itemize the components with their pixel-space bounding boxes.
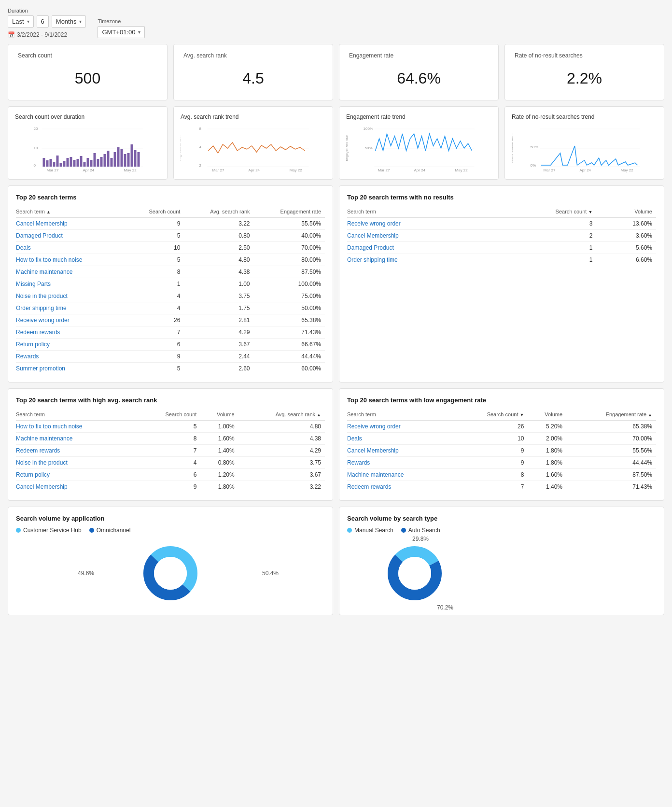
period-value-select[interactable]: 6 — [37, 15, 49, 28]
le-engagement-cell: 71.43% — [566, 481, 656, 493]
count-cell: 4 — [128, 290, 184, 302]
period-value-value: 6 — [41, 18, 44, 25]
svg-text:10: 10 — [34, 146, 38, 150]
count-cell: 26 — [128, 314, 184, 326]
table-row: Return policy 6 1.20% 3.67 — [16, 469, 325, 481]
engagement-cell: 100.00% — [254, 278, 325, 290]
sort-arrow-hr-rank[interactable]: ▲ — [317, 412, 321, 417]
svg-rect-20 — [87, 158, 89, 167]
donut-type-label-bottom: 70.2% — [437, 604, 453, 611]
nr-volume-cell: 13.60% — [596, 218, 656, 230]
count-cell: 6 — [128, 339, 184, 351]
nr-term-cell[interactable]: Cancel Membership — [347, 230, 492, 242]
hr-term-cell[interactable]: Return policy — [16, 469, 139, 481]
svg-rect-24 — [100, 157, 103, 167]
nr-term-cell[interactable]: Order shipping time — [347, 254, 492, 266]
col-search-count: Search count — [128, 207, 184, 218]
term-cell[interactable]: Cancel Membership — [16, 218, 128, 230]
col-nr-count: Search count ▼ — [492, 207, 596, 218]
table-row: Return policy 6 3.67 66.67% — [16, 339, 325, 351]
table-row: Noise in the product 4 0.80% 3.75 — [16, 457, 325, 469]
term-cell[interactable]: Damaged Product — [16, 230, 128, 242]
kpi-avg-rank: Avg. search rank 4.5 — [173, 44, 333, 100]
timezone-select[interactable]: GMT+01:00 ▾ — [98, 26, 145, 38]
hr-term-cell[interactable]: How to fix too much noise — [16, 421, 139, 433]
le-term-cell[interactable]: Redeem rewards — [347, 481, 455, 493]
term-cell[interactable]: How to fix too much noise — [16, 254, 128, 266]
sort-arrow-nr-count[interactable]: ▼ — [588, 210, 592, 214]
rank-cell: 0.80 — [184, 230, 253, 242]
engagement-cell: 75.00% — [254, 290, 325, 302]
le-term-cell[interactable]: Rewards — [347, 457, 455, 469]
term-cell[interactable]: Noise in the product — [16, 290, 128, 302]
term-cell[interactable]: Rewards — [16, 351, 128, 363]
high-rank-scroll[interactable]: Search term Search count Volume Avg. sea… — [16, 410, 325, 493]
sort-arrow-le-count[interactable]: ▼ — [520, 412, 524, 417]
term-cell[interactable]: Missing Parts — [16, 278, 128, 290]
count-cell: 7 — [128, 326, 184, 339]
hr-term-cell[interactable]: Machine maintenance — [16, 433, 139, 445]
sort-arrow-term[interactable]: ▲ — [46, 210, 51, 214]
nr-term-cell[interactable]: Receive wrong order — [347, 218, 492, 230]
term-cell[interactable]: Redeem rewards — [16, 326, 128, 339]
svg-rect-13 — [63, 161, 66, 167]
svg-text:Mar 27: Mar 27 — [378, 168, 390, 172]
kpi-no-result-title: Rate of no-result searches — [515, 52, 654, 59]
le-volume-cell: 2.00% — [528, 433, 566, 445]
engagement-cell: 71.43% — [254, 326, 325, 339]
svg-text:100%: 100% — [364, 127, 373, 131]
nr-term-cell[interactable]: Damaged Product — [347, 242, 492, 254]
term-cell[interactable]: Deals — [16, 242, 128, 254]
legend-dot-auto — [401, 528, 406, 533]
svg-rect-9 — [50, 159, 52, 167]
tables-row-1: Top 20 search terms Search term ▲ Search… — [8, 185, 664, 382]
table-row: Machine maintenance 8 4.38 87.50% — [16, 266, 325, 278]
low-engagement-scroll[interactable]: Search term Search count ▼ Volume Engage… — [347, 410, 656, 493]
sort-arrow-le-eng[interactable]: ▲ — [648, 412, 652, 417]
svg-point-69 — [154, 557, 187, 590]
hr-term-cell[interactable]: Noise in the product — [16, 457, 139, 469]
le-term-cell[interactable]: Receive wrong order — [347, 421, 455, 433]
svg-text:0%: 0% — [531, 163, 536, 168]
table-row: Receive wrong order 26 5.20% 65.38% — [347, 421, 656, 433]
svg-rect-33 — [131, 144, 133, 167]
period-unit-select[interactable]: Months ▾ — [52, 15, 86, 28]
legend-label-manual: Manual Search — [354, 527, 393, 534]
le-volume-cell: 5.20% — [528, 421, 566, 433]
svg-text:Avg. search rank: Avg. search rank — [181, 135, 182, 161]
table-row: Damaged Product 1 5.60% — [347, 242, 656, 254]
rank-cell: 4.29 — [184, 326, 253, 339]
le-volume-cell: 1.40% — [528, 481, 566, 493]
table-row: Redeem rewards 7 1.40% 71.43% — [347, 481, 656, 493]
le-count-cell: 10 — [455, 433, 528, 445]
count-cell: 9 — [128, 218, 184, 230]
term-cell[interactable]: Receive wrong order — [16, 314, 128, 326]
term-cell[interactable]: Order shipping time — [16, 302, 128, 314]
le-term-cell[interactable]: Deals — [347, 433, 455, 445]
donut-application-legend: Customer Service Hub Omnichannel — [16, 527, 325, 534]
hr-term-cell[interactable]: Redeem rewards — [16, 445, 139, 457]
high-rank-table: Search term Search count Volume Avg. sea… — [16, 410, 325, 493]
term-cell[interactable]: Machine maintenance — [16, 266, 128, 278]
chart-no-result-trend-area: 50% 0% Rate of no-result sear... Mar 27 … — [512, 124, 657, 172]
chart-search-count-title: Search count over duration — [15, 113, 160, 120]
le-term-cell[interactable]: Cancel Membership — [347, 445, 455, 457]
kpi-engagement-rate: Engagement rate 64.6% — [339, 44, 499, 100]
term-cell[interactable]: Return policy — [16, 339, 128, 351]
hr-term-cell[interactable]: Cancel Membership — [16, 481, 139, 493]
chart-search-count: Search count over duration Search count … — [8, 106, 168, 180]
le-term-cell[interactable]: Machine maintenance — [347, 469, 455, 481]
term-cell[interactable]: Summer promotion — [16, 363, 128, 375]
hr-count-cell: 8 — [139, 433, 201, 445]
chart-no-result-trend-title: Rate of no-result searches trend — [512, 113, 657, 120]
donut-search-type-title: Search volume by search type — [347, 515, 656, 522]
svg-text:4: 4 — [199, 145, 202, 149]
svg-text:8: 8 — [199, 127, 202, 131]
table-row: Order shipping time 4 1.75 50.00% — [16, 302, 325, 314]
engagement-cell: 44.44% — [254, 351, 325, 363]
svg-text:May 22: May 22 — [455, 168, 468, 172]
period-type-select[interactable]: Last ▾ — [8, 15, 34, 28]
timezone-value: GMT+01:00 — [102, 28, 135, 36]
table-row: Summer promotion 5 2.60 60.00% — [16, 363, 325, 375]
duration-label: Duration — [8, 8, 86, 14]
